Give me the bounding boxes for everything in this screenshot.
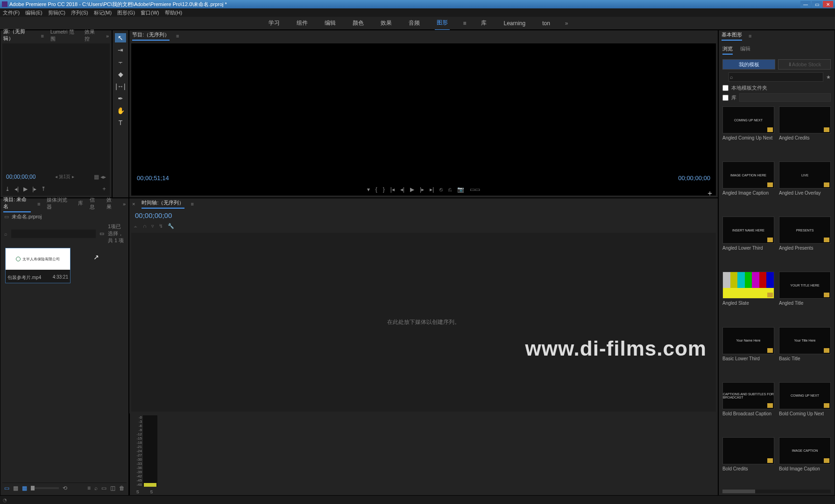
library-checkbox[interactable] (722, 95, 729, 101)
new-bin-icon[interactable]: ▭ (101, 485, 106, 491)
workspace-effects[interactable]: 效果 (379, 16, 394, 30)
source-play-icon[interactable]: ▶ (23, 186, 28, 192)
program-timecode-right[interactable]: 00;00;00;00 (678, 175, 710, 182)
sort-icon[interactable]: ⟲ (63, 485, 67, 491)
source-fit-label[interactable]: ◂ 第1页 ▸ (55, 174, 74, 180)
template-item[interactable]: IMAGE CAPTIONBold Image Caption (779, 437, 831, 488)
template-item[interactable]: Angled Credits (779, 106, 831, 157)
source-step-forward-icon[interactable]: |▸ (32, 186, 36, 192)
program-extract-icon[interactable]: ⎌ (448, 186, 452, 193)
program-export-frame-icon[interactable]: 📷 (457, 186, 464, 193)
tab-program[interactable]: 节目:（无序列） (132, 31, 170, 41)
list-view-icon[interactable]: ▭ (4, 485, 9, 491)
program-go-out-icon[interactable]: ▸| (430, 186, 434, 193)
program-add-marker-icon[interactable]: ▾ (367, 186, 370, 193)
ripple-edit-tool-icon[interactable]: ⫟ (115, 57, 126, 67)
my-templates-button[interactable]: 我的模板 (722, 59, 775, 70)
template-item[interactable]: Your Title HereBasic Title (779, 327, 831, 378)
workspace-audio[interactable]: 音频 (407, 16, 422, 30)
program-add-button-icon[interactable]: ＋ (706, 189, 714, 198)
graphics-browse-tab[interactable]: 浏览 (722, 45, 733, 55)
timeline-marker-icon[interactable]: ▿ (151, 223, 154, 229)
tab-libraries[interactable]: 库 (78, 200, 83, 208)
workspace-graphics-menu-icon[interactable]: ≡ (463, 20, 466, 27)
program-step-forward-icon[interactable]: |▸ (420, 186, 424, 193)
program-mark-out-icon[interactable]: } (383, 186, 385, 193)
menu-graphics[interactable]: 图形(G) (117, 9, 135, 16)
source-step-back-icon[interactable]: ◂| (14, 186, 19, 192)
timeline-link-icon[interactable]: ∩ (143, 223, 147, 229)
timeline-tab-menu-icon[interactable]: ≡ (191, 201, 194, 207)
source-zoom-controls[interactable]: ▦ ◂▸ (94, 174, 106, 180)
type-tool-icon[interactable]: T (115, 118, 126, 127)
template-item[interactable]: Bold Credits (722, 437, 774, 488)
source-timecode-left[interactable]: 00;00;00;00 (6, 174, 35, 180)
library-select[interactable] (739, 93, 831, 102)
project-tabs-overflow-icon[interactable]: » (123, 201, 126, 207)
auto-match-icon[interactable]: ≡ (87, 485, 91, 491)
graphics-edit-tab[interactable]: 编辑 (740, 45, 750, 55)
slip-tool-icon[interactable]: |↔| (115, 82, 126, 91)
program-compare-icon[interactable]: ▭▭ (470, 186, 480, 193)
razor-tool-icon[interactable]: ◆ (115, 70, 126, 79)
find-icon[interactable]: ⌕ (94, 485, 98, 491)
source-mark-out-icon[interactable]: ⤒ (41, 186, 46, 192)
audio-solo-left[interactable]: S (136, 490, 139, 494)
program-tab-menu-icon[interactable]: ≡ (176, 33, 179, 39)
template-item[interactable]: PRESENTSAngled Presents (779, 217, 831, 267)
program-step-back-icon[interactable]: ◂| (400, 186, 404, 193)
graphics-search-input[interactable] (729, 72, 823, 82)
menu-file[interactable]: 文件(F) (3, 9, 20, 16)
graphics-zoom-scrollbar[interactable] (722, 490, 831, 493)
source-mark-in-icon[interactable]: ⤓ (5, 186, 10, 192)
menu-help[interactable]: 帮助(H) (165, 9, 182, 16)
icon-view-icon[interactable]: ▦ (13, 485, 18, 491)
project-tab-menu-icon[interactable]: ≡ (37, 201, 40, 207)
timeline-snap-icon[interactable]: ⫠ (133, 223, 138, 229)
timeline-drop-area[interactable]: 在此处放下媒体以创建序列。 www.di-films.com (131, 233, 716, 412)
tab-lumetri-scopes[interactable]: Lumetri 范围 (50, 28, 78, 44)
project-clip-item[interactable]: 太平人寿保险有限公司 包装参考片.mp4 4:33:21 (5, 248, 71, 283)
template-item[interactable]: IMAGE CAPTION HEREAngled Image Caption (722, 161, 774, 212)
program-monitor[interactable] (131, 43, 716, 173)
template-item[interactable]: YOUR TITLE HEREAngled Title (779, 272, 831, 322)
delete-icon[interactable]: 🗑 (119, 485, 125, 491)
workspace-editing[interactable]: 编辑 (323, 16, 338, 30)
audio-solo-right[interactable]: S (150, 490, 153, 494)
template-item[interactable]: LIVEAngled Live Overlay (779, 161, 831, 212)
source-tabs-overflow-icon[interactable]: » (106, 33, 109, 39)
program-lift-icon[interactable]: ⎋ (439, 186, 443, 193)
minimize-button[interactable]: — (800, 1, 811, 7)
adobe-stock-button[interactable]: ⬇ Adobe Stock (778, 59, 831, 70)
menu-window[interactable]: 窗口(W) (141, 9, 159, 16)
workspace-graphics[interactable]: 图形 (435, 16, 450, 30)
program-mark-in-icon[interactable]: { (375, 186, 377, 193)
source-monitor[interactable] (2, 43, 110, 172)
workspace-color[interactable]: 颜色 (351, 16, 366, 30)
template-item[interactable]: COMING UP NEXTBold Coming Up Next (779, 382, 831, 433)
tab-timeline[interactable]: 时间轴:（无序列） (142, 199, 184, 209)
menu-marker[interactable]: 标记(M) (94, 9, 112, 16)
source-add-button-icon[interactable]: ＋ (101, 185, 107, 193)
local-folder-checkbox[interactable] (722, 85, 729, 91)
project-filter-icon[interactable]: ▭ (99, 231, 104, 237)
template-item[interactable]: CAPTIONS AND SUBTITLES FOR BROADCASTBold… (722, 382, 774, 433)
source-tab-menu-icon[interactable]: ≡ (41, 33, 43, 39)
menu-clip[interactable]: 剪辑(C) (48, 9, 65, 16)
menu-sequence[interactable]: 序列(S) (71, 9, 88, 16)
template-item[interactable]: INSERT NAME HEREAngled Lower Third (722, 217, 774, 267)
selection-tool-icon[interactable]: ↖ (115, 33, 126, 42)
menu-edit[interactable]: 编辑(E) (25, 9, 42, 16)
track-select-tool-icon[interactable]: ⇥ (115, 45, 126, 55)
template-item[interactable]: COMING UP NEXTAngled Coming Up Next (722, 106, 774, 157)
project-search-input[interactable] (11, 230, 96, 238)
pen-tool-icon[interactable]: ✒ (115, 94, 126, 103)
tab-essential-graphics[interactable]: 基本图形 (722, 31, 742, 41)
close-button[interactable]: ✕ (823, 1, 833, 7)
timeline-settings-icon[interactable]: ↯ (159, 223, 163, 229)
program-play-icon[interactable]: ▶ (410, 186, 414, 193)
favorites-icon[interactable]: ★ (826, 74, 831, 80)
audio-meter-bars[interactable] (143, 415, 157, 487)
template-item[interactable]: Angled Slate (722, 272, 774, 322)
timeline-timecode[interactable]: 00;00;00;00 (135, 211, 172, 219)
